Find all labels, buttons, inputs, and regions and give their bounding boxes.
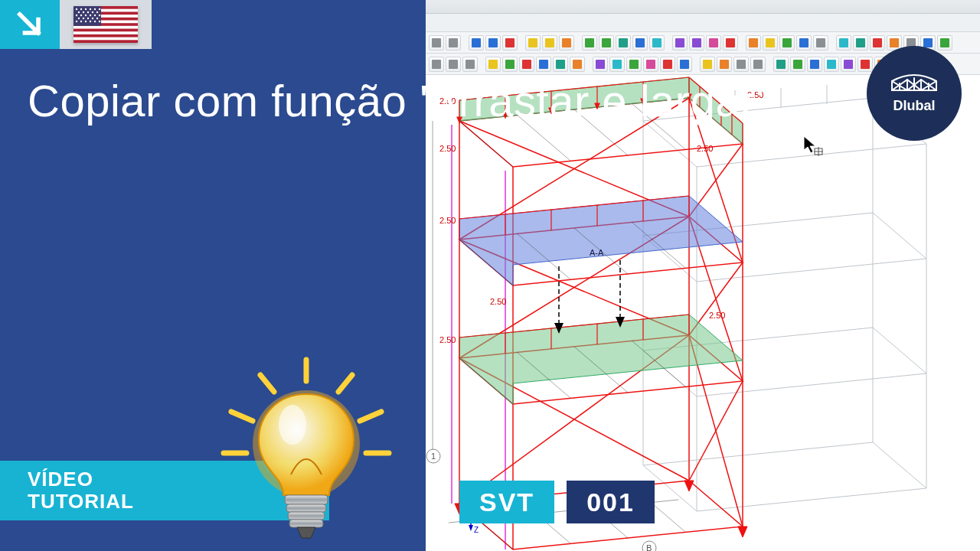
toolbar-button[interactable] <box>485 57 501 72</box>
svg-marker-98 <box>684 481 694 491</box>
svg-line-81 <box>459 121 513 167</box>
language-flag-box <box>60 0 152 49</box>
toolbar-button[interactable] <box>672 35 688 51</box>
svg-text:2.50: 2.50 <box>709 311 725 320</box>
thumbnail-stage: LF2 - Ausbaulasten <box>0 0 980 551</box>
toolbar-button[interactable] <box>723 35 738 51</box>
toolbar-button[interactable] <box>790 57 805 72</box>
svg-point-141 <box>92 11 93 13</box>
us-flag-icon <box>74 6 138 43</box>
toolbar-button[interactable] <box>502 57 518 72</box>
svg-text:Z: Z <box>474 526 479 534</box>
svg-point-144 <box>80 15 82 16</box>
toolbar-button[interactable] <box>813 35 828 51</box>
toolbar-button[interactable] <box>570 57 585 72</box>
toolbar-button[interactable] <box>853 35 868 51</box>
toolbar-button[interactable] <box>858 57 873 72</box>
toolbar-button[interactable] <box>519 57 534 72</box>
svg-point-152 <box>92 18 93 19</box>
svg-point-148 <box>99 15 100 16</box>
svg-point-140 <box>87 11 89 13</box>
toolbar-button[interactable] <box>626 57 642 72</box>
toolbar-button[interactable] <box>689 35 704 51</box>
toolbar-button[interactable] <box>807 57 822 72</box>
toolbar-button[interactable] <box>553 57 568 72</box>
episode-number-badge: 001 <box>567 481 655 523</box>
toolbar-button[interactable] <box>841 57 856 72</box>
toolbar-button[interactable] <box>700 57 715 72</box>
video-code-badges: SVT 001 <box>459 481 655 523</box>
toolbar-button[interactable] <box>750 57 766 72</box>
toolbar-button[interactable] <box>779 35 795 51</box>
svg-text:2.50: 2.50 <box>490 297 506 306</box>
svg-point-150 <box>83 18 84 19</box>
toolbar-button[interactable] <box>870 35 885 51</box>
bridge-icon <box>890 73 938 95</box>
svg-point-138 <box>78 11 80 13</box>
svg-rect-128 <box>74 26 138 29</box>
svg-point-133 <box>80 8 82 10</box>
svg-point-136 <box>94 8 96 10</box>
svg-point-156 <box>85 21 87 22</box>
svg-point-153 <box>96 18 98 19</box>
toolbar-button[interactable] <box>796 35 812 51</box>
svg-marker-7 <box>643 442 926 511</box>
svg-rect-130 <box>74 37 138 41</box>
toolbar-button[interactable] <box>502 35 518 51</box>
toolbar-button[interactable] <box>836 35 851 51</box>
series-code-badge: SVT <box>459 481 554 523</box>
toolbar-button[interactable] <box>599 35 614 51</box>
svg-point-158 <box>94 21 96 22</box>
svg-marker-43 <box>459 315 743 404</box>
svg-text:B: B <box>646 543 652 551</box>
toolbar-button[interactable] <box>649 35 665 51</box>
toolbar-button[interactable] <box>660 57 675 72</box>
toolbar-button[interactable] <box>824 57 839 72</box>
toolbar-button[interactable] <box>763 35 778 51</box>
svg-point-154 <box>76 21 77 22</box>
svg-point-147 <box>94 15 96 16</box>
toolbar-button[interactable] <box>525 35 541 51</box>
brand-logo: Dlubal <box>867 46 962 141</box>
toolbar-button[interactable] <box>446 57 461 72</box>
toolbar-button[interactable] <box>609 57 625 72</box>
toolbar-button[interactable] <box>677 57 692 72</box>
toolbar-button[interactable] <box>773 57 789 72</box>
svg-rect-131 <box>74 6 101 26</box>
toolbar-button[interactable] <box>462 57 478 72</box>
toolbar-button[interactable] <box>429 35 444 51</box>
toolbar-button[interactable] <box>593 57 608 72</box>
cursor-icon <box>804 136 823 156</box>
toolbar-button[interactable] <box>446 35 461 51</box>
svg-text:2.50: 2.50 <box>439 216 456 225</box>
toolbar-button[interactable] <box>559 35 574 51</box>
svg-text:A-A: A-A <box>590 248 604 257</box>
toolbar-button[interactable] <box>582 35 597 51</box>
top-strip <box>0 0 152 49</box>
toolbar-button[interactable] <box>616 35 631 51</box>
arrow-down-right-icon <box>13 8 47 41</box>
svg-text:2.50: 2.50 <box>439 335 456 344</box>
toolbar-button[interactable] <box>429 57 444 72</box>
svg-point-139 <box>83 11 84 13</box>
svg-point-155 <box>80 21 82 22</box>
toolbar-button[interactable] <box>485 35 501 51</box>
toolbar-button[interactable] <box>469 35 484 51</box>
toolbar-button[interactable] <box>643 57 658 72</box>
svg-text:2.50: 2.50 <box>439 144 456 153</box>
tutorial-label: VÍDEO TUTORIAL <box>28 468 134 512</box>
toolbar-button[interactable] <box>733 57 749 72</box>
toolbar-button[interactable] <box>536 57 551 72</box>
svg-point-142 <box>96 11 98 13</box>
toolbar-button[interactable] <box>542 35 557 51</box>
toolbar-button[interactable] <box>632 35 648 51</box>
toolbar-button[interactable] <box>717 57 732 72</box>
svg-point-132 <box>76 8 77 10</box>
svg-point-159 <box>99 21 100 22</box>
toolbar-button[interactable] <box>746 35 761 51</box>
svg-text:1: 1 <box>431 452 436 461</box>
svg-point-149 <box>78 18 80 19</box>
toolbar-button[interactable] <box>937 35 952 51</box>
toolbar-button[interactable] <box>706 35 721 51</box>
tutorial-strip: VÍDEO TUTORIAL <box>0 461 329 520</box>
